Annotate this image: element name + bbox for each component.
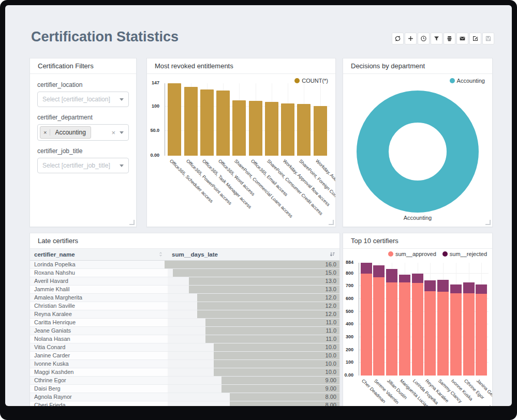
table-row[interactable]: Averil Havard13.0 — [30, 277, 339, 286]
legend-item[interactable]: sum__approved — [388, 251, 436, 257]
cell-certifier-name: Ivonne Kuska — [30, 360, 168, 368]
table-row[interactable]: Lorinda Popelka16.0 — [30, 261, 339, 269]
bar[interactable] — [249, 101, 262, 156]
cell-sum-days-late: 15.0 — [168, 269, 339, 277]
bar[interactable] — [399, 275, 410, 376]
resize-handle[interactable] — [329, 220, 334, 225]
filter-label-certifier-job-title: certifier_job_title — [37, 147, 129, 155]
bar[interactable] — [168, 83, 181, 156]
bar[interactable] — [216, 91, 230, 156]
y-tick-label: 700 — [346, 283, 353, 288]
cell-sum-days-late: 13.0 — [168, 277, 339, 286]
certifier-job-title-select[interactable]: Select [certifier_job_title] — [37, 158, 129, 173]
resize-handle[interactable] — [485, 220, 491, 225]
table-row[interactable]: Amalea Margherita12.0 — [30, 294, 339, 302]
table-row[interactable]: Caritta Henrique11.0 — [30, 319, 339, 327]
table-row[interactable]: Cheri Frieda8.00 — [30, 401, 339, 407]
table-row[interactable]: Janine Carder10.0 — [30, 352, 339, 360]
bar[interactable] — [314, 106, 327, 156]
bar[interactable] — [232, 100, 246, 156]
refresh-button[interactable] — [392, 33, 404, 44]
cell-sum-days-late: 11.0 — [168, 335, 339, 343]
value-bar: 10.0 — [214, 343, 339, 351]
bar[interactable] — [281, 103, 294, 156]
table-row[interactable]: Nolana Hasan11.0 — [30, 335, 339, 343]
y-tick-label: 600 — [346, 296, 353, 301]
resize-handle[interactable] — [129, 220, 135, 225]
bar[interactable] — [463, 282, 475, 376]
table-row[interactable]: Cthrine Egor9.00 — [30, 377, 339, 385]
filter-tag-accounting: × Accounting — [40, 126, 91, 139]
cell-certifier-name: Vitia Conard — [30, 343, 168, 352]
bar[interactable] — [476, 284, 487, 376]
donut-chart[interactable] — [357, 91, 479, 213]
save-button[interactable] — [482, 33, 494, 44]
bar-segment — [399, 275, 410, 282]
bar[interactable] — [297, 104, 311, 156]
column-header-certifier-name[interactable]: certifier_name — [30, 249, 168, 261]
add-button[interactable] — [405, 33, 417, 44]
value-bar: 13.0 — [189, 286, 339, 293]
cell-sum-days-late: 10.0 — [168, 368, 339, 377]
catalog-button[interactable] — [444, 33, 455, 44]
email-button[interactable] — [456, 33, 468, 44]
clear-icon[interactable]: × — [111, 129, 115, 137]
cell-sum-days-late: 11.0 — [168, 327, 339, 335]
table-row[interactable]: Maggi Kashden10.0 — [30, 368, 339, 377]
bar[interactable] — [412, 274, 423, 376]
column-header-sum-days-late[interactable]: sum__days_late — [168, 249, 339, 261]
cell-sum-days-late: 12.0 — [168, 310, 339, 319]
select-controls: × — [111, 129, 126, 137]
table-row[interactable]: Agnola Raynor8.00 — [30, 393, 339, 401]
bar-segment — [412, 283, 423, 376]
bar[interactable] — [386, 269, 397, 376]
filter-button[interactable] — [431, 33, 442, 44]
tag-remove-icon[interactable]: × — [40, 129, 50, 136]
legend-dot-icon — [388, 251, 393, 257]
bar-segment — [463, 293, 475, 376]
table-row[interactable]: Daisi Berg9.00 — [30, 385, 339, 393]
table-row[interactable]: Jeane Ganiats11.0 — [30, 327, 339, 335]
table-row[interactable]: Ivonne Kuska10.0 — [30, 360, 339, 368]
table-row[interactable]: Vitia Conard10.0 — [30, 343, 339, 352]
legend-item[interactable]: Accounting — [450, 78, 485, 84]
bar[interactable] — [437, 280, 449, 376]
bar[interactable] — [184, 87, 198, 156]
value-bar: 8.00 — [230, 401, 339, 406]
bar[interactable] — [424, 280, 436, 376]
table-row[interactable]: Roxana Nahshu15.0 — [30, 269, 339, 277]
plot-area — [165, 83, 330, 156]
table-row[interactable]: Christian Saville12.0 — [30, 302, 339, 310]
cell-sum-days-late: 11.0 — [168, 319, 339, 327]
certifier-location-select[interactable]: Select [certifier_location] — [37, 92, 129, 107]
sort-desc-icon — [330, 251, 335, 258]
cell-certifier-name: Averil Havard — [30, 277, 168, 286]
table-row[interactable]: Reyna Karalee12.0 — [30, 310, 339, 319]
bar[interactable] — [450, 284, 462, 376]
edit-button[interactable] — [469, 33, 481, 44]
window-frame: Certification Statistics Certification F… — [0, 0, 517, 420]
bar-segment — [361, 274, 372, 376]
bar[interactable] — [373, 265, 385, 376]
y-tick-label: 300 — [346, 334, 353, 339]
select-placeholder: Select [certifier_job_title] — [42, 162, 110, 169]
revoked-entitlements-panel: Most revoked entitlements COUNT(*) 14710… — [146, 58, 336, 227]
table-row[interactable]: Jammie Khalil13.0 — [30, 286, 339, 294]
cell-certifier-name: Maggi Kashden — [30, 368, 168, 377]
bar[interactable] — [200, 89, 214, 156]
legend-item[interactable]: sum__rejected — [442, 251, 487, 257]
bar[interactable] — [265, 102, 278, 156]
legend-dot-icon — [294, 78, 300, 83]
select-placeholder: Select [certifier_location] — [42, 96, 110, 103]
tag-label: Accounting — [50, 129, 90, 136]
clock-icon — [420, 35, 427, 42]
certifier-department-select[interactable]: × Accounting × — [37, 124, 129, 141]
y-tick-label: 0.00 — [344, 372, 353, 378]
bar-segment — [424, 291, 436, 376]
bar[interactable] — [361, 263, 372, 376]
x-axis-label: SharePoint, Commercial Loans access — [233, 158, 294, 219]
bar-segment — [476, 294, 487, 376]
history-button[interactable] — [418, 33, 430, 44]
dashboard-toolbar — [392, 33, 494, 44]
sort-icon — [158, 251, 164, 258]
